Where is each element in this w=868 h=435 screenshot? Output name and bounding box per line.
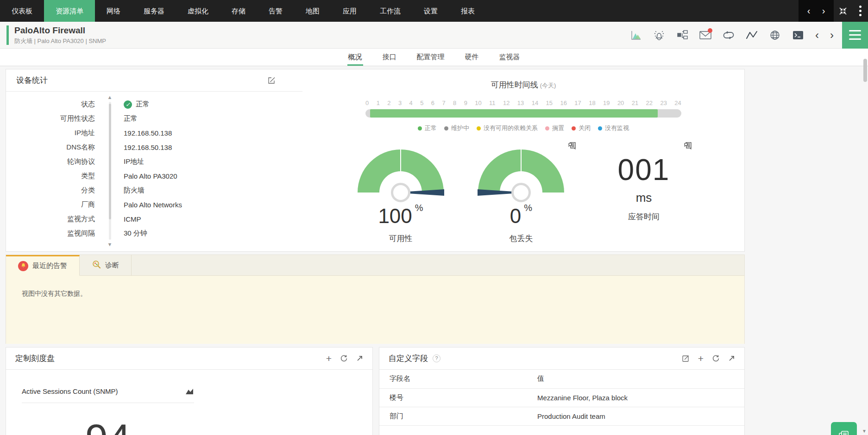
alerts-card: 最近的告警 诊断 视图中没有其它数据。 xyxy=(6,255,745,344)
tab-config-mgmt[interactable]: 配置管理 xyxy=(416,49,446,66)
tab-interfaces[interactable]: 接口 xyxy=(382,49,397,66)
mail-icon[interactable] xyxy=(699,29,711,41)
stat-row: 类型 Palo Alto PA3020 xyxy=(6,169,302,183)
device-prev-icon[interactable]: ‹ xyxy=(815,29,819,41)
legend-item: 没有监视 xyxy=(598,124,629,132)
alerts-empty-message: 视图中没有其它数据。 xyxy=(6,276,744,344)
nav-item-virtualization[interactable]: 虚拟化 xyxy=(176,0,220,22)
timeline-tick: 4 xyxy=(409,99,413,106)
gauges-row: 100% 可用性 xyxy=(302,144,744,244)
legend-dot xyxy=(444,126,448,130)
globe-icon[interactable] xyxy=(769,29,781,41)
nav-item-apps[interactable]: 应用 xyxy=(331,0,368,22)
nav-controls: ‹ › xyxy=(799,0,868,22)
diagnostics-icon xyxy=(92,260,101,271)
timeline-tick: 21 xyxy=(632,99,638,106)
dependency-link-icon[interactable] xyxy=(723,29,735,41)
legend-dot xyxy=(477,126,481,130)
timeline-tick: 6 xyxy=(431,99,434,106)
dial-metric-row[interactable]: Active Sessions Count (SNMP) xyxy=(22,387,194,395)
stat-row: IP地址 192.168.50.138 xyxy=(6,126,302,140)
expand-icon[interactable] xyxy=(728,355,735,362)
scroll-down-icon[interactable]: ▼ xyxy=(106,242,113,247)
nav-prev-icon[interactable]: ‹ xyxy=(801,0,816,22)
refresh-icon[interactable] xyxy=(340,354,348,362)
nav-item-dashboard[interactable]: 仪表板 xyxy=(0,0,44,22)
page-scrollbar-thumb[interactable] xyxy=(863,59,867,82)
nav-item-network[interactable]: 网络 xyxy=(95,0,132,22)
expand-icon[interactable] xyxy=(356,355,363,362)
page-scroll-down-icon[interactable]: ▼ xyxy=(862,429,867,434)
terminal-icon[interactable] xyxy=(792,29,804,41)
availability-timeline[interactable] xyxy=(365,109,681,118)
nav-item-reports[interactable]: 报表 xyxy=(449,0,486,22)
add-dial-icon[interactable]: + xyxy=(326,355,332,362)
device-next-icon[interactable]: › xyxy=(830,29,834,41)
performance-chart-icon[interactable] xyxy=(630,29,642,41)
pulse-graph-icon[interactable] xyxy=(746,29,758,41)
device-status-accent xyxy=(6,25,9,45)
alarm-bell-icon[interactable] xyxy=(653,29,665,41)
legend-item: 正常 xyxy=(418,124,437,132)
report-icon[interactable] xyxy=(684,142,692,152)
tab-monitors[interactable]: 监视器 xyxy=(498,49,521,66)
collapse-fullscreen-icon[interactable] xyxy=(834,0,852,22)
workflow-icon[interactable] xyxy=(676,29,688,41)
nav-item-servers[interactable]: 服务器 xyxy=(132,0,176,22)
nav-item-settings[interactable]: 设置 xyxy=(412,0,449,22)
edit-device-icon[interactable] xyxy=(268,76,276,84)
nav-item-maps[interactable]: 地图 xyxy=(294,0,331,22)
main-content: 设备统计 状态 ✓ 正常 xyxy=(0,66,868,435)
table-row[interactable]: 楼号 Mezzanine Floor, Plaza block xyxy=(379,388,744,407)
col-field-value: 值 xyxy=(537,370,744,388)
tab-diagnostics[interactable]: 诊断 xyxy=(80,255,132,275)
edit-fields-icon[interactable] xyxy=(682,354,690,362)
packet-loss-label: 包丢失 xyxy=(472,233,570,244)
dial-divider xyxy=(22,403,194,403)
custom-fields-title: 自定义字段 xyxy=(389,353,428,364)
nav-item-workflow[interactable]: 工作流 xyxy=(368,0,412,22)
more-menu-icon[interactable] xyxy=(852,0,868,22)
device-stats-panel: 设备统计 状态 ✓ 正常 xyxy=(6,69,302,251)
availability-label: 可用性 xyxy=(352,233,449,244)
nav-item-inventory[interactable]: 资源清单 xyxy=(44,0,95,22)
timeline-tick: 17 xyxy=(574,99,581,106)
scroll-thumb[interactable] xyxy=(109,104,111,219)
mail-unread-dot xyxy=(708,28,712,33)
chat-support-button[interactable] xyxy=(831,422,857,435)
mini-chart-icon xyxy=(185,388,194,395)
page-tabs: 概况 接口 配置管理 硬件 监视器 xyxy=(0,49,868,66)
alert-tabs: 最近的告警 诊断 xyxy=(6,255,744,276)
nav-next-icon[interactable]: › xyxy=(816,0,831,22)
timeline-tick: 8 xyxy=(453,99,456,106)
dial-value: 94 xyxy=(22,415,194,435)
add-field-icon[interactable]: + xyxy=(698,355,704,362)
timeline-tick: 19 xyxy=(603,99,610,106)
packet-loss-value: 0% xyxy=(472,203,570,228)
tab-hardware[interactable]: 硬件 xyxy=(464,49,480,66)
stats-scrollbar[interactable]: ▲ ▼ xyxy=(106,94,113,247)
tab-recent-alarms[interactable]: 最近的告警 xyxy=(6,255,80,276)
timeline-tick: 15 xyxy=(546,99,553,106)
response-time-value: 001 xyxy=(593,153,695,187)
custom-dial-card: 定制刻度盘 + Active Sessions xyxy=(6,347,373,435)
legend-dot xyxy=(572,126,576,130)
timeline-tick: 5 xyxy=(420,99,423,106)
scroll-up-icon[interactable]: ▲ xyxy=(106,94,113,100)
nav-item-alarms[interactable]: 告警 xyxy=(257,0,294,22)
table-row[interactable]: 部门 Production Audit team xyxy=(379,407,744,425)
refresh-icon[interactable] xyxy=(712,354,720,362)
device-stats-title: 设备统计 xyxy=(16,75,48,86)
stat-row: 监视间隔 30 分钟 xyxy=(6,226,302,241)
top-nav: 仪表板 资源清单 网络 服务器 虚拟化 存储 告警 地图 应用 工作流 设置 报… xyxy=(0,0,868,22)
timeline-tick: 12 xyxy=(503,99,509,106)
response-time-label: 应答时间 xyxy=(593,211,695,222)
help-icon[interactable]: ? xyxy=(433,354,440,362)
nav-item-storage[interactable]: 存储 xyxy=(220,0,257,22)
timeline-tick: 2 xyxy=(387,99,390,106)
menu-button[interactable] xyxy=(842,22,868,49)
custom-fields-table: 字段名 值 楼号 Mezzanine Floor, Plaza block 部门… xyxy=(379,370,744,426)
col-field-name: 字段名 xyxy=(379,370,537,388)
tab-overview[interactable]: 概况 xyxy=(347,49,363,66)
timeline-tick: 10 xyxy=(475,99,481,106)
